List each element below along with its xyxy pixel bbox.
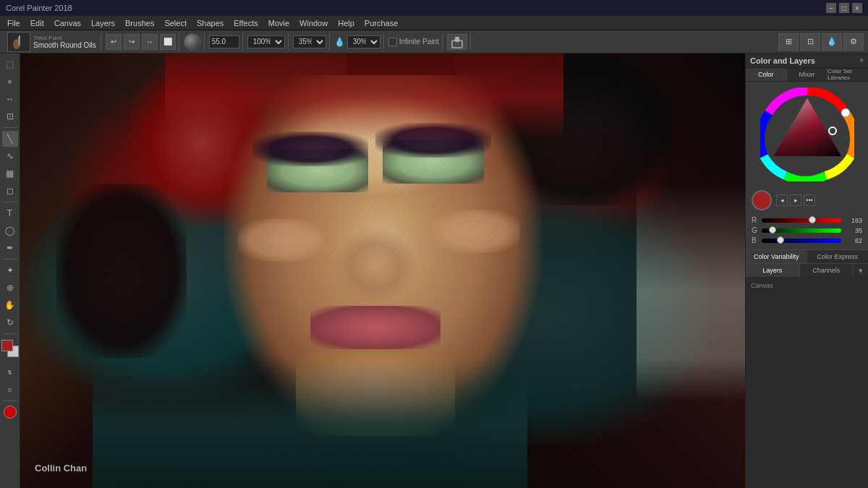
tab-color-variability[interactable]: Color Variability: [746, 250, 807, 263]
brush-tool[interactable]: ╲: [2, 131, 18, 147]
color-wheel-container: [746, 82, 868, 187]
menu-help[interactable]: Help: [333, 16, 359, 30]
foreground-color-swatch[interactable]: [1, 340, 13, 351]
redo-button[interactable]: ↪: [124, 34, 140, 50]
menu-brushes[interactable]: Brushes: [121, 16, 158, 30]
window-controls[interactable]: − □ ×: [826, 3, 862, 13]
tab-channels[interactable]: Channels: [800, 264, 854, 277]
menu-movie[interactable]: Movie: [264, 16, 294, 30]
tab-layers[interactable]: Layers: [746, 264, 800, 277]
water-icon: 💧: [334, 37, 345, 47]
magnifier-tool[interactable]: ⊕: [2, 280, 18, 296]
settings-button[interactable]: ⚙: [843, 33, 864, 51]
tab-color-set[interactable]: Color Set Libraries: [827, 68, 868, 81]
infinite-paint-label[interactable]: Infinite Paint: [388, 38, 439, 46]
color-next-button[interactable]: ▸: [790, 194, 801, 206]
close-button[interactable]: ×: [852, 3, 862, 13]
transform-tool[interactable]: ↔: [2, 91, 18, 107]
menu-shapes[interactable]: Shapes: [192, 16, 228, 30]
hand-tool[interactable]: ✋: [2, 297, 18, 313]
color-wheel-svg[interactable]: [760, 87, 854, 181]
layers-panel-menu[interactable]: ▾: [854, 264, 868, 277]
blue-slider-row: B 62: [752, 236, 862, 244]
menu-edit[interactable]: Edit: [26, 16, 48, 30]
current-color-swatch[interactable]: [752, 190, 772, 210]
red-slider-row: R 163: [752, 216, 862, 224]
grain-select[interactable]: 35%: [293, 35, 326, 48]
color-menu-button[interactable]: •••: [804, 194, 815, 206]
infinite-paint-checkbox[interactable]: [388, 38, 397, 46]
brush-name-display[interactable]: Thick Paint Smooth Round Oils: [33, 35, 96, 49]
toolbar-divider-5: [3, 401, 17, 401]
color-prev-button[interactable]: ◂: [776, 194, 788, 206]
right-panel: Color and Layers Color Mixer Color Set L…: [745, 53, 868, 488]
undo-button[interactable]: ↩: [106, 34, 122, 50]
title-bar: Corel Painter 2018 − □ ×: [0, 0, 868, 16]
color-variability-section: Color Variability Color Express: [746, 249, 868, 263]
layers-tabs: Layers Channels ▾: [746, 264, 868, 277]
color-dropper-button[interactable]: 💧: [822, 33, 842, 51]
color-variability-tabs: Color Variability Color Express: [746, 250, 868, 263]
green-slider-track[interactable]: [762, 228, 841, 233]
brush-preview-dot[interactable]: [184, 33, 201, 51]
rotate-tool[interactable]: ↻: [2, 314, 18, 330]
color-panel-tabs: Color Mixer Color Set Libraries: [746, 68, 868, 82]
smart-stroke-tool[interactable]: ∿: [2, 148, 18, 164]
green-slider-thumb[interactable]: [769, 226, 776, 234]
toolbar-divider-4: [3, 333, 17, 334]
color-swatches-area: [1, 340, 19, 357]
select-rect-tool[interactable]: ⬚: [2, 56, 18, 72]
menu-layers[interactable]: Layers: [87, 16, 119, 30]
brush-preview-section: [181, 33, 205, 51]
tab-mixer[interactable]: Mixer: [787, 68, 828, 81]
opacity-select[interactable]: 100% 75% 50%: [247, 35, 285, 48]
rotate-canvas-button[interactable]: ⊡: [800, 33, 820, 51]
flip-horizontal-button[interactable]: ↔: [142, 34, 158, 50]
blue-slider-thumb[interactable]: [777, 236, 784, 244]
menu-effects[interactable]: Effects: [229, 16, 262, 30]
mirror-button[interactable]: ⬜: [160, 34, 176, 50]
mirror-canvas-button[interactable]: ⊞: [778, 33, 799, 51]
rgb-section: R 163 G 35 B 62: [746, 213, 868, 249]
pen-tool[interactable]: ✒: [2, 240, 18, 256]
size-section: [206, 33, 243, 51]
blending-section: 💧 30%: [331, 33, 384, 51]
menu-select[interactable]: Select: [160, 16, 191, 30]
tab-color-express[interactable]: Color Express: [807, 250, 869, 263]
eraser-tool[interactable]: ◻: [2, 183, 18, 199]
left-toolbar: ⬚ ⌖ ↔ ⊡ ╲ ∿ ▦ ◻ T ◯ ✒ ✦ ⊕ ✋ ↻ ⇅ ⊙: [0, 53, 20, 488]
select-lasso-tool[interactable]: ⌖: [2, 74, 18, 90]
menu-window[interactable]: Window: [295, 16, 332, 30]
menu-purchase[interactable]: Purchase: [360, 16, 402, 30]
crop-tool[interactable]: ⊡: [2, 108, 18, 124]
brush-category-label: Thick Paint: [33, 35, 96, 41]
clone-button[interactable]: [447, 34, 467, 50]
menu-file[interactable]: File: [3, 16, 25, 30]
fill-tool[interactable]: ▦: [2, 166, 18, 181]
color-selector-handle[interactable]: [829, 127, 836, 134]
blue-slider-track[interactable]: [762, 239, 841, 243]
red-slider-track[interactable]: [762, 218, 841, 223]
shape-tool[interactable]: ◯: [2, 223, 18, 239]
brush-category-icon[interactable]: [7, 32, 30, 52]
maximize-button[interactable]: □: [839, 3, 849, 13]
menu-canvas[interactable]: Canvas: [50, 16, 85, 30]
canvas-area[interactable]: Collin Chan: [20, 53, 745, 488]
toggle-colors-button[interactable]: ⇅: [2, 364, 18, 380]
text-tool[interactable]: T: [2, 205, 18, 221]
blending-select[interactable]: 30%: [347, 35, 380, 48]
view-controls-toolbar: ⊞ ⊡ 💧 ⚙: [778, 33, 864, 51]
layers-content: Canvas: [746, 277, 868, 488]
minimize-button[interactable]: −: [826, 3, 836, 13]
size-input[interactable]: [209, 35, 239, 48]
opacity-section: 100% 75% 50%: [244, 33, 289, 51]
color-nav-buttons: ◂ ▸ •••: [776, 194, 815, 206]
panel-close-button[interactable]: [859, 56, 864, 64]
quick-color-red[interactable]: [4, 406, 17, 419]
red-slider-thumb[interactable]: [809, 216, 816, 223]
tab-color[interactable]: Color: [746, 68, 787, 81]
eyedropper-tool[interactable]: ✦: [2, 262, 18, 278]
panel-title: Color and Layers: [750, 56, 815, 65]
default-colors-button[interactable]: ⊙: [2, 382, 18, 398]
hue-selector-handle[interactable]: [841, 108, 850, 117]
